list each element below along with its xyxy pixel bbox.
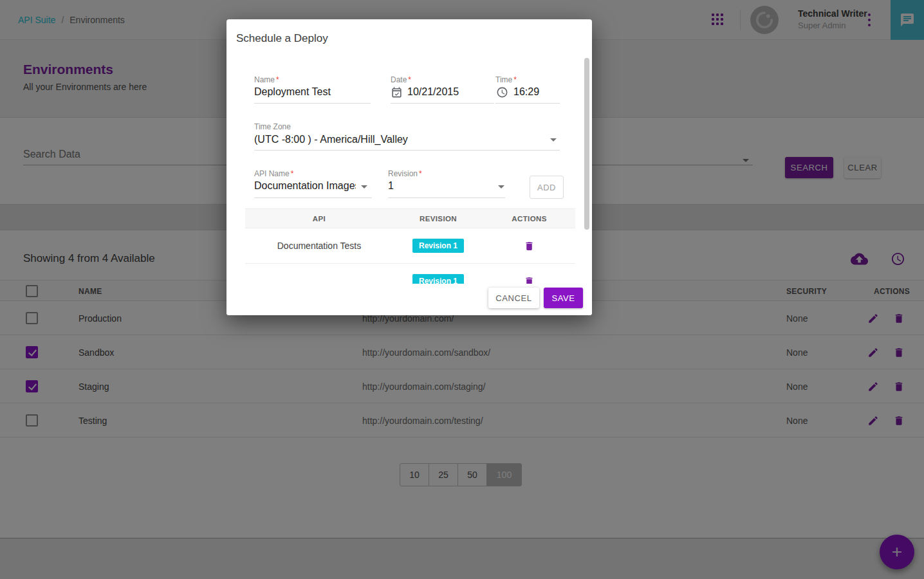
timezone-underline	[254, 150, 560, 151]
schedule-deploy-dialog: Schedule a Deploy Name* Deployment Test …	[226, 19, 592, 315]
required-asterisk: *	[291, 169, 294, 178]
cancel-button[interactable]: CANCEL	[488, 288, 539, 308]
revision-chip: Revision 1	[412, 239, 464, 253]
timezone-select-value[interactable]: (UTC -8:00 ) - America/Hill_Valley	[254, 134, 408, 145]
deploy-column-revision: REVISION	[393, 215, 483, 223]
api-name-caret-icon[interactable]	[361, 185, 367, 188]
deploy-column-actions: ACTIONS	[483, 215, 575, 223]
time-field-label: Time*	[495, 75, 517, 84]
api-name-underline	[254, 198, 372, 198]
revision-underline	[388, 198, 505, 198]
revision-field-label: Revision*	[388, 169, 422, 178]
deploy-table-row: Documentation Tests Revision 1	[245, 228, 575, 264]
clock-icon[interactable]	[496, 86, 508, 101]
save-button[interactable]: SAVE	[544, 288, 583, 308]
name-field-value[interactable]: Deployment Test	[254, 86, 331, 98]
required-asterisk: *	[408, 75, 411, 84]
time-field-underline	[495, 103, 560, 104]
required-asterisk: *	[276, 75, 279, 84]
revision-select-value[interactable]: 1	[388, 180, 394, 192]
calendar-icon[interactable]	[391, 86, 403, 101]
deploy-apis-table: API REVISION ACTIONS Documentation Tests…	[245, 208, 575, 284]
date-field-value[interactable]: 10/21/2015	[407, 86, 459, 98]
add-button[interactable]: ADD	[530, 176, 564, 199]
name-field-underline	[254, 103, 371, 104]
timezone-field-label: Time Zone	[254, 122, 291, 131]
delete-icon[interactable]	[524, 276, 535, 284]
deploy-column-api: API	[245, 215, 393, 223]
api-name-select-value[interactable]: Documentation Images T	[254, 180, 356, 192]
dialog-body: Schedule a Deploy Name* Deployment Test …	[226, 19, 592, 284]
api-name-field-label: API Name*	[254, 169, 293, 178]
revision-chip: Revision 1	[412, 274, 464, 284]
name-field-label: Name*	[254, 75, 279, 84]
date-field-underline	[391, 103, 494, 104]
timezone-caret-icon[interactable]	[550, 138, 557, 142]
delete-icon[interactable]	[524, 241, 535, 252]
required-asterisk: *	[419, 169, 422, 178]
dialog-scrollbar[interactable]	[584, 58, 589, 230]
revision-caret-icon[interactable]	[498, 185, 504, 188]
deploy-table-row: Revision 1	[245, 264, 575, 284]
date-field-label: Date*	[391, 75, 411, 84]
time-field-value[interactable]: 16:29	[513, 86, 539, 98]
deploy-table-header: API REVISION ACTIONS	[245, 208, 575, 228]
deploy-api-name: Documentation Tests	[245, 241, 393, 251]
required-asterisk: *	[513, 75, 517, 84]
dialog-footer: CANCEL SAVE	[226, 284, 592, 315]
dialog-title: Schedule a Deploy	[236, 32, 328, 45]
